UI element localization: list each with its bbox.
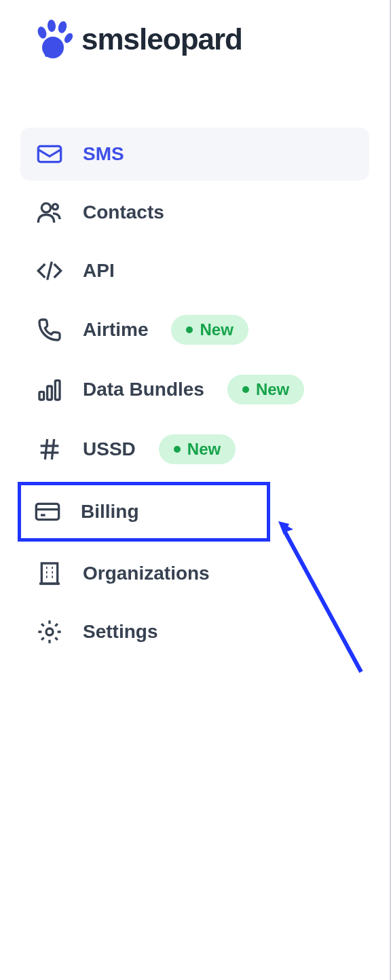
badge-text: New (200, 320, 233, 339)
sidebar-item-settings[interactable]: Settings (20, 605, 369, 658)
badge-text: New (256, 380, 289, 399)
sidebar-item-label: USSD (83, 438, 136, 460)
brand-logo[interactable]: smsleopard (20, 19, 369, 60)
badge-text: New (187, 440, 221, 459)
sidebar-item-contacts[interactable]: Contacts (20, 186, 369, 239)
sidebar-item-label: API (83, 260, 115, 282)
brand-name: smsleopard (81, 22, 242, 56)
sidebar-item-billing[interactable]: Billing (18, 482, 270, 542)
sidebar-item-api[interactable]: API (20, 244, 369, 297)
svg-line-13 (45, 439, 47, 459)
users-icon (35, 198, 64, 227)
svg-point-3 (57, 20, 68, 34)
code-icon (35, 257, 64, 285)
svg-rect-8 (39, 392, 44, 400)
sidebar-item-organizations[interactable]: Organizations (20, 547, 369, 600)
sidebar-item-label: Billing (81, 501, 139, 523)
sidebar-item-label: SMS (83, 143, 124, 165)
svg-point-2 (47, 20, 56, 33)
new-badge: New (171, 315, 248, 345)
sidebar-nav: SMS Contacts API Airtime New (20, 128, 369, 658)
sidebar-item-label: Settings (83, 621, 157, 643)
hash-icon (35, 435, 64, 464)
svg-point-4 (62, 32, 73, 45)
sidebar-item-label: Data Bundles (83, 379, 204, 400)
svg-rect-18 (41, 563, 57, 584)
envelope-icon (35, 140, 64, 168)
building-icon (35, 559, 64, 588)
new-badge: New (159, 434, 236, 464)
svg-rect-5 (38, 146, 60, 162)
phone-icon (35, 316, 64, 344)
svg-point-6 (41, 204, 50, 212)
badge-dot-icon (174, 446, 181, 453)
sidebar-item-ussd[interactable]: USSD New (20, 422, 369, 476)
credit-card-icon (33, 497, 62, 526)
svg-line-14 (52, 439, 54, 459)
badge-dot-icon (186, 326, 193, 333)
new-badge: New (227, 375, 304, 404)
badge-dot-icon (242, 386, 249, 393)
svg-rect-9 (48, 386, 52, 400)
gear-icon (35, 618, 64, 646)
sidebar-item-airtime[interactable]: Airtime New (20, 303, 369, 357)
paw-icon (33, 19, 73, 60)
sidebar-item-sms[interactable]: SMS (20, 128, 369, 181)
sidebar-item-label: Organizations (83, 563, 210, 584)
svg-rect-15 (36, 504, 58, 519)
sidebar-item-data-bundles[interactable]: Data Bundles New (20, 362, 369, 417)
bar-chart-icon (35, 375, 64, 404)
svg-point-26 (46, 628, 53, 635)
svg-point-1 (36, 25, 48, 39)
sidebar-item-label: Contacts (83, 202, 164, 223)
svg-rect-10 (55, 381, 60, 400)
svg-point-7 (52, 204, 58, 210)
sidebar-item-label: Airtime (83, 319, 148, 341)
